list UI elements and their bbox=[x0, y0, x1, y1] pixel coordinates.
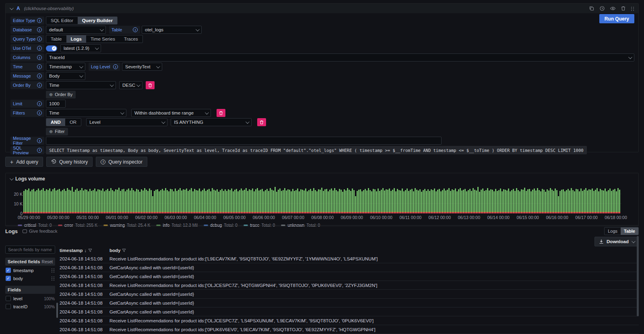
info-icon[interactable]: i bbox=[37, 111, 42, 115]
run-query-button[interactable]: Run Query bbox=[599, 14, 634, 23]
drag-handle-icon[interactable] bbox=[51, 276, 55, 281]
column-header-timestamp[interactable]: timestamp ↓ bbox=[60, 248, 109, 253]
volume-bar bbox=[321, 188, 322, 213]
filter2-operator-select[interactable]: IS ANYTHING bbox=[171, 118, 252, 126]
volume-bar bbox=[595, 190, 596, 213]
x-axis-tick: 06/16 00:00 bbox=[546, 215, 568, 220]
log-table-row[interactable]: 2024-06-18 14:51:08GetCartAsync called w… bbox=[60, 263, 639, 272]
table-select[interactable]: otel_logs bbox=[142, 26, 202, 34]
log-table-row[interactable]: 2024-06-18 14:51:08GetCartAsync called w… bbox=[60, 307, 639, 316]
log-level-select[interactable]: SeverityText bbox=[122, 63, 162, 71]
filter2-field-select[interactable]: Level bbox=[86, 118, 167, 126]
selected-field-timestamp[interactable]: ✓timestamp bbox=[5, 267, 55, 274]
info-icon[interactable]: i bbox=[37, 148, 42, 153]
column-header-body[interactable]: body bbox=[109, 248, 639, 253]
editor-type-option-builder[interactable]: Query Builder bbox=[78, 17, 117, 24]
info-icon[interactable]: i bbox=[37, 83, 42, 88]
view-option-logs[interactable]: Logs bbox=[605, 227, 621, 235]
query-type-option-logs[interactable]: Logs bbox=[66, 35, 86, 43]
add-order-by-button[interactable]: ⊕Order By bbox=[46, 91, 76, 98]
filter-field-select[interactable]: Time bbox=[46, 109, 126, 117]
log-table-row[interactable]: 2024-06-18 14:51:08Receive ListRecommend… bbox=[60, 254, 639, 263]
editor-type-option-sql[interactable]: SQL Editor bbox=[46, 17, 78, 24]
history-icon[interactable] bbox=[599, 6, 605, 11]
order-direction-select[interactable]: DESC bbox=[119, 81, 142, 89]
field-checkbox[interactable]: ✓ bbox=[6, 268, 11, 273]
collapse-chevron-icon[interactable] bbox=[10, 6, 14, 10]
filter-funnel-icon[interactable] bbox=[88, 248, 92, 252]
remove-filter-button[interactable] bbox=[217, 109, 225, 117]
order-by-field-select[interactable]: Time bbox=[46, 81, 116, 89]
log-table-row[interactable]: 2024-06-18 14:51:08GetCartAsync called w… bbox=[60, 299, 639, 307]
log-table-row[interactable]: 2024-06-18 14:51:08Receive ListRecommend… bbox=[60, 325, 639, 334]
log-table-row[interactable]: 2024-06-18 14:51:08Receive ListRecommend… bbox=[60, 281, 639, 290]
info-icon[interactable]: i bbox=[37, 18, 42, 23]
limit-input[interactable] bbox=[46, 100, 66, 108]
available-field-level[interactable]: level100% bbox=[5, 295, 55, 302]
log-table-row[interactable]: 2024-06-18 14:51:08GetCartAsync called w… bbox=[60, 290, 639, 299]
log-table-row[interactable]: 2024-06-18 14:51:08Receive ListRecommend… bbox=[60, 316, 639, 325]
otel-version-select[interactable]: latest (1.2.9) bbox=[60, 44, 101, 52]
remove-filter2-button[interactable] bbox=[257, 118, 266, 126]
info-icon[interactable]: i bbox=[37, 37, 42, 41]
bool-option-or[interactable]: OR bbox=[65, 119, 81, 126]
duplicate-query-icon[interactable] bbox=[589, 6, 594, 11]
volume-bar bbox=[502, 191, 503, 213]
hide-response-eye-icon[interactable] bbox=[610, 6, 616, 11]
columns-multiselect[interactable]: TraceId bbox=[46, 53, 634, 61]
query-type-option-traces[interactable]: Traces bbox=[120, 35, 142, 43]
query-ref-letter[interactable]: A bbox=[17, 6, 20, 11]
reset-fields-button[interactable]: Reset bbox=[42, 259, 53, 264]
drag-handle-icon[interactable] bbox=[631, 6, 634, 11]
bool-option-and[interactable]: AND bbox=[46, 119, 65, 126]
chevron-down-icon bbox=[205, 111, 209, 115]
add-query-button[interactable]: +Add query bbox=[5, 157, 43, 167]
remove-order-by-button[interactable] bbox=[146, 81, 155, 89]
info-icon[interactable]: i bbox=[37, 101, 42, 106]
database-select[interactable]: default bbox=[46, 26, 106, 34]
delete-query-trash-icon[interactable] bbox=[621, 6, 626, 11]
info-icon[interactable]: i bbox=[37, 55, 42, 60]
info-icon[interactable]: i bbox=[37, 74, 42, 78]
drag-handle-icon[interactable] bbox=[51, 268, 55, 273]
give-feedback-link[interactable]: Give feedback bbox=[23, 229, 57, 234]
info-icon[interactable]: i bbox=[37, 64, 42, 69]
info-icon[interactable]: i bbox=[37, 138, 42, 143]
field-checkbox[interactable] bbox=[6, 304, 11, 309]
query-type-option-table[interactable]: Table bbox=[46, 35, 66, 43]
query-history-button[interactable]: Query history bbox=[46, 157, 93, 167]
selected-field-body[interactable]: ✓body bbox=[5, 275, 55, 282]
log-table-row[interactable]: 2024-06-18 14:51:08GetCartAsync called w… bbox=[60, 272, 639, 281]
volume-bar bbox=[217, 189, 218, 213]
logs-volume-header[interactable]: Logs volume bbox=[6, 176, 638, 182]
message-filter-input[interactable] bbox=[46, 137, 442, 145]
sort-desc-icon[interactable]: ↓ bbox=[85, 248, 87, 253]
sidebar-scrollbar[interactable] bbox=[56, 303, 58, 318]
info-icon[interactable]: i bbox=[113, 64, 118, 69]
time-column-select[interactable]: Timestamp bbox=[46, 63, 85, 71]
field-checkbox[interactable] bbox=[6, 296, 11, 301]
available-field-traceID[interactable]: traceID100% bbox=[5, 303, 55, 310]
volume-bar bbox=[171, 189, 173, 213]
query-type-option-timeseries[interactable]: Time Series bbox=[86, 35, 120, 43]
filter-operator-select[interactable]: Within dashboard time range bbox=[131, 109, 211, 117]
info-icon[interactable]: i bbox=[37, 46, 42, 51]
query-row-header[interactable]: A (clickhouse-observability) bbox=[6, 4, 638, 13]
view-option-table[interactable]: Table bbox=[621, 227, 638, 235]
field-checkbox[interactable]: ✓ bbox=[6, 276, 11, 281]
collapse-chevron-icon[interactable] bbox=[10, 176, 14, 180]
table-scrollbar[interactable] bbox=[637, 236, 639, 316]
info-icon[interactable]: i bbox=[37, 27, 42, 32]
info-icon[interactable]: i bbox=[133, 27, 138, 32]
add-filter-button[interactable]: ⊕Filter bbox=[46, 128, 68, 135]
volume-bar bbox=[194, 189, 195, 213]
volume-bar bbox=[91, 191, 92, 213]
download-button[interactable]: Download bbox=[594, 237, 639, 246]
volume-bar bbox=[276, 192, 277, 214]
query-inspector-button[interactable]: iQuery inspector bbox=[96, 157, 147, 167]
volume-bar bbox=[123, 189, 124, 213]
otel-toggle[interactable]: ✓ bbox=[46, 45, 57, 51]
search-fields-input[interactable] bbox=[5, 246, 55, 254]
message-column-select[interactable]: Body bbox=[46, 72, 85, 80]
filter-funnel-icon[interactable] bbox=[122, 248, 126, 252]
